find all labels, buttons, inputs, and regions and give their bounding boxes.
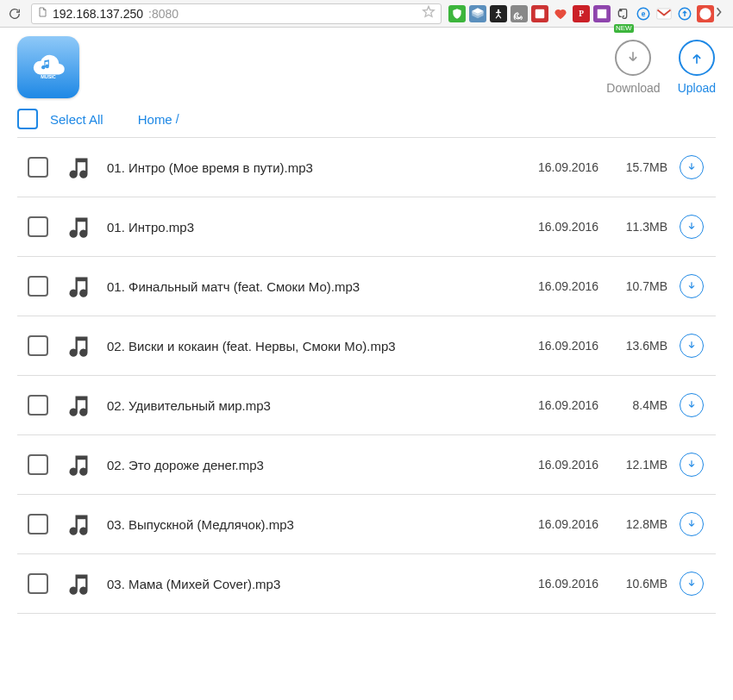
music-file-icon	[66, 571, 91, 597]
upload-button[interactable]: Upload	[678, 40, 716, 95]
file-size: 10.7MB	[598, 279, 667, 293]
file-download-button[interactable]	[680, 215, 704, 239]
extensions-overflow[interactable]	[716, 5, 728, 22]
file-download-button[interactable]	[680, 453, 704, 477]
breadcrumb-sep: /	[176, 112, 179, 126]
file-row[interactable]: 01. Финальный матч (feat. Смоки Мо).mp31…	[17, 256, 716, 316]
file-name: 03. Выпускной (Медлячок).mp3	[107, 517, 512, 532]
file-date: 16.09.2016	[512, 398, 598, 412]
file-type-icon	[64, 392, 93, 418]
select-all-checkbox[interactable]	[17, 109, 38, 129]
file-row[interactable]: 02. Виски и кокаин (feat. Нервы, Смоки М…	[17, 316, 716, 376]
url-host: 192.168.137.250	[53, 7, 143, 21]
file-download-button[interactable]	[680, 393, 704, 417]
music-file-icon	[66, 154, 91, 180]
extension-adblock-icon[interactable]	[448, 5, 466, 22]
file-size: 15.7MB	[598, 160, 667, 174]
extension-block-icon[interactable]	[531, 5, 548, 22]
browser-toolbar: 192.168.137.250:8080 PNEWe	[0, 0, 733, 28]
svg-text:e: e	[642, 10, 646, 18]
file-row[interactable]: 03. Выпускной (Медлячок).mp316.09.201612…	[17, 494, 716, 554]
select-all-label[interactable]: Select All	[50, 112, 103, 127]
file-date: 16.09.2016	[512, 577, 598, 591]
extension-evernote-icon[interactable]: NEW	[614, 5, 631, 22]
file-name: 02. Это дороже денег.mp3	[107, 458, 512, 472]
download-circle-icon	[615, 40, 651, 76]
app-logo: MUSIC	[17, 36, 79, 98]
svg-rect-1	[536, 9, 545, 18]
svg-point-0	[498, 9, 499, 10]
extension-spiral-icon[interactable]	[511, 5, 528, 22]
file-name: 01. Интро.mp3	[107, 220, 512, 234]
file-type-icon	[64, 571, 93, 597]
sub-toolbar: Select All Home /	[17, 109, 716, 129]
file-checkbox[interactable]	[28, 157, 48, 178]
file-type-icon	[64, 452, 93, 478]
file-size: 13.6MB	[598, 339, 667, 353]
music-cloud-icon: MUSIC	[27, 49, 70, 84]
file-size: 11.3MB	[598, 220, 667, 234]
file-download-button[interactable]	[680, 512, 704, 536]
file-date: 16.09.2016	[512, 458, 598, 472]
file-row[interactable]: 02. Это дороже денег.mp316.09.201612.1MB	[17, 434, 716, 495]
bookmark-star-icon[interactable]	[422, 5, 435, 22]
file-size: 12.1MB	[598, 458, 667, 472]
file-checkbox[interactable]	[28, 276, 48, 297]
file-name: 03. Мама (Михей Cover).mp3	[107, 577, 512, 591]
file-checkbox[interactable]	[28, 395, 48, 416]
download-all-button[interactable]: Download	[606, 40, 660, 95]
file-type-icon	[64, 154, 93, 180]
file-row[interactable]: 02. Удивительный мир.mp316.09.20168.4MB	[17, 375, 716, 435]
extension-pinterest-icon[interactable]: P	[573, 5, 590, 22]
file-size: 10.6MB	[598, 577, 667, 591]
upload-label: Upload	[678, 81, 716, 95]
address-bar[interactable]: 192.168.137.250:8080	[31, 3, 442, 24]
svg-text:MUSIC: MUSIC	[41, 74, 56, 79]
file-row[interactable]: 01. Интро (Мое время в пути).mp316.09.20…	[17, 137, 716, 197]
extension-red-circle-icon[interactable]	[697, 5, 714, 22]
extension-icons: PNEWe	[448, 5, 714, 22]
file-download-button[interactable]	[680, 334, 704, 358]
extension-badge: NEW	[614, 24, 634, 33]
extension-stick-icon[interactable]	[490, 5, 507, 22]
file-list: 01. Интро (Мое время в пути).mp316.09.20…	[17, 137, 716, 614]
file-date: 16.09.2016	[512, 220, 598, 234]
reload-icon	[8, 7, 22, 21]
music-file-icon	[66, 333, 91, 359]
file-download-button[interactable]	[680, 155, 704, 179]
file-size: 8.4MB	[598, 398, 667, 412]
download-label: Download	[606, 81, 660, 95]
file-download-button[interactable]	[680, 274, 704, 298]
file-date: 16.09.2016	[512, 517, 598, 531]
extension-layers-icon[interactable]	[469, 5, 486, 22]
file-checkbox[interactable]	[28, 454, 48, 475]
file-row[interactable]: 01. Интро.mp316.09.201611.3MB	[17, 197, 716, 257]
extension-heart-icon[interactable]	[552, 5, 569, 22]
file-size: 12.8MB	[598, 517, 667, 531]
breadcrumb-home[interactable]: Home	[138, 112, 172, 127]
file-checkbox[interactable]	[28, 216, 48, 237]
file-checkbox[interactable]	[28, 514, 48, 534]
file-row[interactable]: 03. Мама (Михей Cover).mp316.09.201610.6…	[17, 553, 716, 614]
file-download-button[interactable]	[680, 572, 704, 596]
extension-gmail-icon[interactable]	[655, 5, 673, 22]
reload-button[interactable]	[5, 4, 24, 23]
extension-e-circle-icon[interactable]: e	[635, 5, 652, 22]
app-header: MUSIC Download Upload	[17, 36, 716, 98]
file-type-icon	[64, 511, 93, 537]
music-file-icon	[66, 214, 91, 240]
file-name: 01. Финальный матч (feat. Смоки Мо).mp3	[107, 279, 512, 294]
music-file-icon	[66, 452, 91, 478]
svg-text:P: P	[579, 9, 584, 18]
file-checkbox[interactable]	[28, 573, 48, 594]
extension-purple-icon[interactable]	[593, 5, 611, 22]
file-name: 02. Виски и кокаин (feat. Нервы, Смоки М…	[107, 339, 512, 353]
file-name: 01. Интро (Мое время в пути).mp3	[107, 160, 512, 175]
file-date: 16.09.2016	[512, 339, 598, 353]
extension-sync-icon[interactable]	[676, 5, 693, 22]
file-type-icon	[64, 214, 93, 240]
url-port: :8080	[148, 7, 179, 21]
page-icon	[37, 6, 47, 21]
file-date: 16.09.2016	[512, 160, 598, 174]
file-checkbox[interactable]	[28, 335, 48, 356]
